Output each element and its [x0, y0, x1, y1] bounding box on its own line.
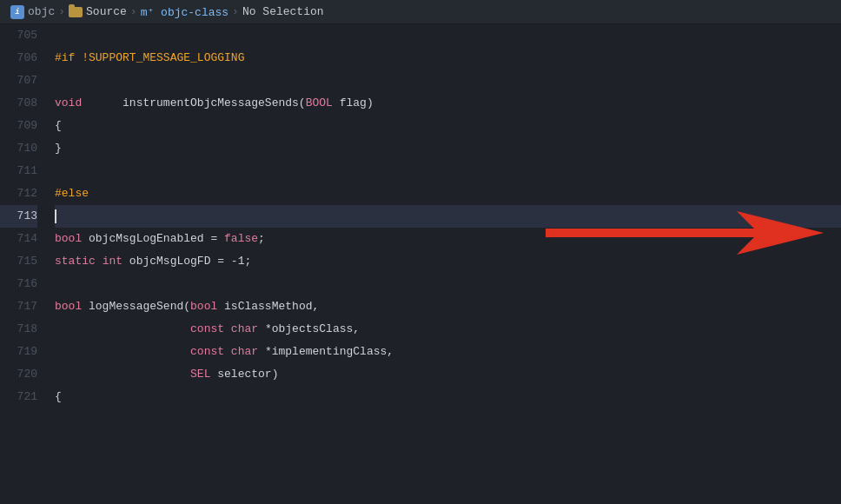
code-token: flag) [333, 92, 374, 115]
code-line [55, 273, 841, 295]
code-token: { [55, 386, 62, 408]
titlebar: i objc › Source › m⁺ objc-class › No Sel… [0, 0, 841, 24]
code-line: void instrumentObjcMessageSends(BOOL fla… [55, 92, 841, 115]
line-number: 711 [0, 160, 37, 182]
code-token: !SUPPORT_MESSAGE_LOGGING [82, 47, 244, 70]
line-number: 718 [0, 318, 37, 341]
nosel-label: No Selection [242, 5, 324, 18]
code-token: void [55, 92, 82, 115]
breadcrumb-sep-1: › [58, 5, 65, 18]
code-line [55, 160, 841, 182]
line-number: 712 [0, 182, 37, 205]
code-line: const char *objectsClass, [55, 318, 841, 341]
code-token: objcMsgLogFD = -1; [123, 250, 251, 273]
code-token: char [231, 318, 258, 341]
code-token: int [103, 250, 123, 273]
text-cursor [55, 209, 56, 223]
line-number: 719 [0, 341, 37, 363]
code-token: static [55, 250, 96, 273]
code-token: bool [190, 295, 217, 318]
code-token: false [224, 228, 258, 250]
breadcrumb-sep-3: › [232, 5, 239, 18]
code-line: #if !SUPPORT_MESSAGE_LOGGING [55, 47, 841, 70]
code-token: BOOL [306, 92, 333, 115]
line-numbers: 7057067077087097107117127137147157167177… [0, 24, 48, 504]
line-number: 710 [0, 137, 37, 160]
code-line: static int objcMsgLogFD = -1; [55, 250, 841, 273]
line-number: 716 [0, 273, 37, 295]
code-token: selector) [210, 363, 278, 386]
code-line: { [55, 115, 841, 137]
code-line [55, 24, 841, 47]
method-label: m⁺ objc-class [141, 5, 228, 19]
code-token: bool [55, 295, 82, 318]
code-token [55, 318, 190, 341]
code-token: *implementingClass, [258, 341, 394, 363]
code-token [224, 341, 231, 363]
folder-icon [69, 7, 83, 17]
line-number: 715 [0, 250, 37, 273]
line-number: 717 [0, 295, 37, 318]
code-line: bool objcMsgLogEnabled = false; [55, 228, 841, 250]
code-token: SEL [190, 363, 210, 386]
code-area: 7057067077087097107117127137147157167177… [0, 24, 841, 504]
code-line: bool logMessageSend(bool isClassMethod, [55, 295, 841, 318]
code-token: { [55, 115, 62, 137]
line-number: 706 [0, 47, 37, 70]
line-number: 707 [0, 70, 37, 92]
breadcrumb-source[interactable]: Source [69, 5, 127, 18]
code-line: const char *implementingClass, [55, 341, 841, 363]
app-icon: i [10, 5, 24, 19]
code-line [55, 205, 841, 228]
code-token: } [55, 137, 62, 160]
code-token: bool [55, 228, 82, 250]
breadcrumb-noselection: No Selection [242, 5, 324, 18]
line-number: 714 [0, 228, 37, 250]
code-token [55, 363, 190, 386]
code-line: { [55, 386, 841, 408]
code-token: instrumentObjcMessageSends( [82, 92, 305, 115]
line-number: 713 [0, 205, 37, 228]
code-token: #if [55, 47, 82, 70]
code-line: #else [55, 182, 841, 205]
code-token: char [231, 341, 258, 363]
line-number: 721 [0, 386, 37, 408]
breadcrumb-app: i objc [10, 5, 55, 19]
code-token: logMessageSend( [82, 295, 190, 318]
breadcrumb-sep-2: › [130, 5, 137, 18]
source-label: Source [86, 5, 127, 18]
code-line [55, 70, 841, 92]
code-token: ; [258, 228, 265, 250]
app-label: objc [28, 5, 55, 18]
code-content[interactable]: #if !SUPPORT_MESSAGE_LOGGINGvoid instrum… [48, 24, 841, 504]
line-number: 720 [0, 363, 37, 386]
line-number: 708 [0, 92, 37, 115]
code-line: SEL selector) [55, 363, 841, 386]
code-token: const [190, 318, 224, 341]
code-token [55, 341, 190, 363]
code-token [224, 318, 231, 341]
code-token: const [190, 341, 224, 363]
line-number: 709 [0, 115, 37, 137]
code-token: *objectsClass, [258, 318, 360, 341]
line-number: 705 [0, 24, 37, 47]
code-line: } [55, 137, 841, 160]
code-token: isClassMethod, [217, 295, 319, 318]
code-token: objcMsgLogEnabled = [82, 228, 224, 250]
code-token [96, 250, 103, 273]
code-token: #else [55, 182, 89, 205]
breadcrumb-method[interactable]: m⁺ objc-class [141, 5, 228, 19]
